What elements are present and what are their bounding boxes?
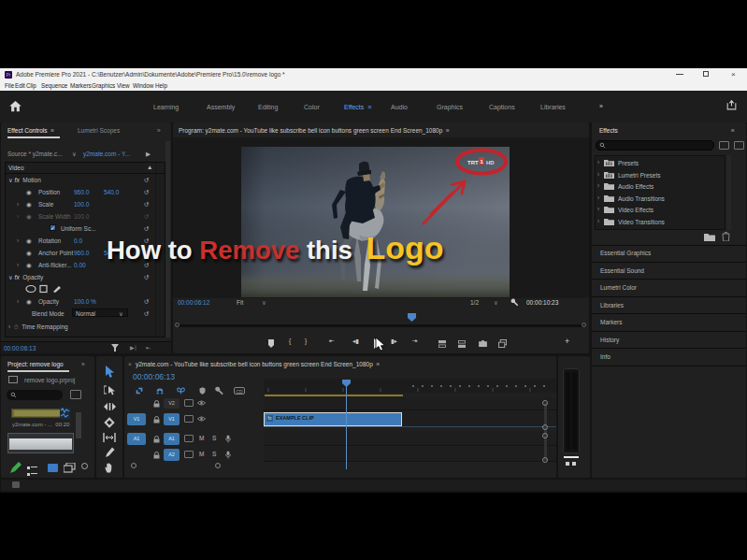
- svg-text:HD: HD: [486, 160, 495, 165]
- svg-text:TRT: TRT: [467, 160, 479, 165]
